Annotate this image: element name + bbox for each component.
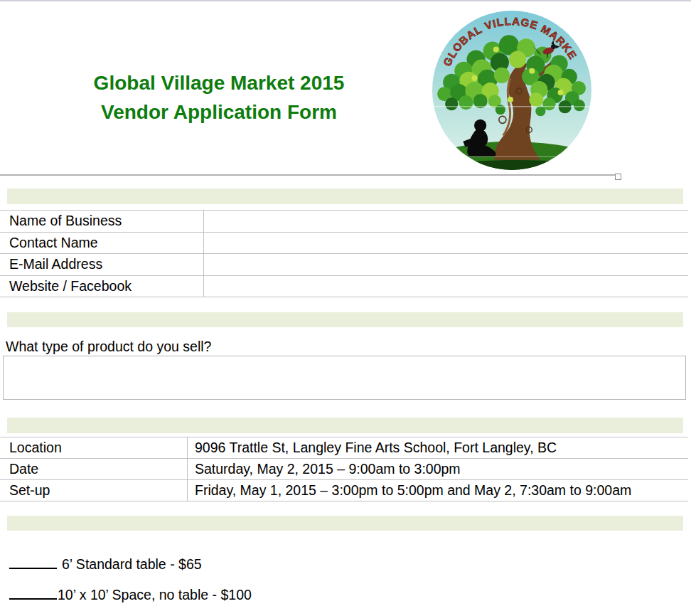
section-band-event xyxy=(7,418,683,433)
section-band-business xyxy=(7,188,683,204)
title-line-1: Global Village Market 2015 xyxy=(0,68,438,97)
scanline xyxy=(432,106,592,107)
table-row: Set-up Friday, May 1, 2015 – 3:00pm to 5… xyxy=(0,479,688,501)
header-divider xyxy=(0,174,618,176)
business-input-contact[interactable] xyxy=(203,233,688,254)
table-row: Location 9096 Trattle St, Langley Fine A… xyxy=(0,437,688,458)
business-label-contact: Contact Name xyxy=(0,233,203,254)
logo: GLOBAL VILLAGE MARKET xyxy=(432,6,592,175)
image-resize-handle[interactable] xyxy=(615,174,621,180)
event-label-location: Location xyxy=(0,437,187,458)
product-question: What type of product do you sell? xyxy=(6,339,211,355)
business-label-name: Name of Business xyxy=(0,211,203,232)
section-band-booth xyxy=(7,516,683,531)
product-description-box[interactable] xyxy=(3,356,686,400)
event-details-table: Location 9096 Trattle St, Langley Fine A… xyxy=(0,437,688,501)
table-row: Website / Facebook xyxy=(0,275,688,298)
table-row: E-Mail Address xyxy=(0,253,688,275)
booth-option-fill-in-blank[interactable] xyxy=(9,585,57,600)
page-title: Global Village Market 2015 Vendor Applic… xyxy=(0,68,438,127)
business-input-name[interactable] xyxy=(203,211,688,232)
business-input-email[interactable] xyxy=(203,254,688,275)
scanline xyxy=(432,156,592,157)
booth-option-fill-in-blank[interactable] xyxy=(9,554,57,569)
booth-option-label: 10’ x 10’ Space, no table - $100 xyxy=(58,587,252,602)
event-value-setup: Friday, May 1, 2015 – 3:00pm to 5:00pm a… xyxy=(187,480,688,501)
title-line-2: Vendor Application Form xyxy=(0,97,438,127)
business-label-website: Website / Facebook xyxy=(0,276,203,297)
event-value-date: Saturday, May 2, 2015 – 9:00am to 3:00pm xyxy=(187,459,688,479)
event-label-setup: Set-up xyxy=(0,480,187,501)
event-value-location: 9096 Trattle St, Langley Fine Arts Schoo… xyxy=(187,437,688,458)
event-label-date: Date xyxy=(0,459,187,479)
table-row: Date Saturday, May 2, 2015 – 9:00am to 3… xyxy=(0,458,688,479)
booth-option-space-no-table: 10’ x 10’ Space, no table - $100 xyxy=(9,585,252,602)
section-band-product xyxy=(7,312,683,327)
booth-option-standard-table: 6’ Standard table - $65 xyxy=(9,554,202,572)
business-label-email: E-Mail Address xyxy=(0,254,203,275)
business-input-website[interactable] xyxy=(203,276,688,297)
document-page: Global Village Market 2015 Vendor Applic… xyxy=(0,0,691,616)
table-row: Contact Name xyxy=(0,232,688,254)
table-row: Name of Business xyxy=(0,210,688,232)
booth-option-label: 6’ Standard table - $65 xyxy=(62,556,202,572)
business-info-table: Name of Business Contact Name E-Mail Add… xyxy=(0,210,688,297)
